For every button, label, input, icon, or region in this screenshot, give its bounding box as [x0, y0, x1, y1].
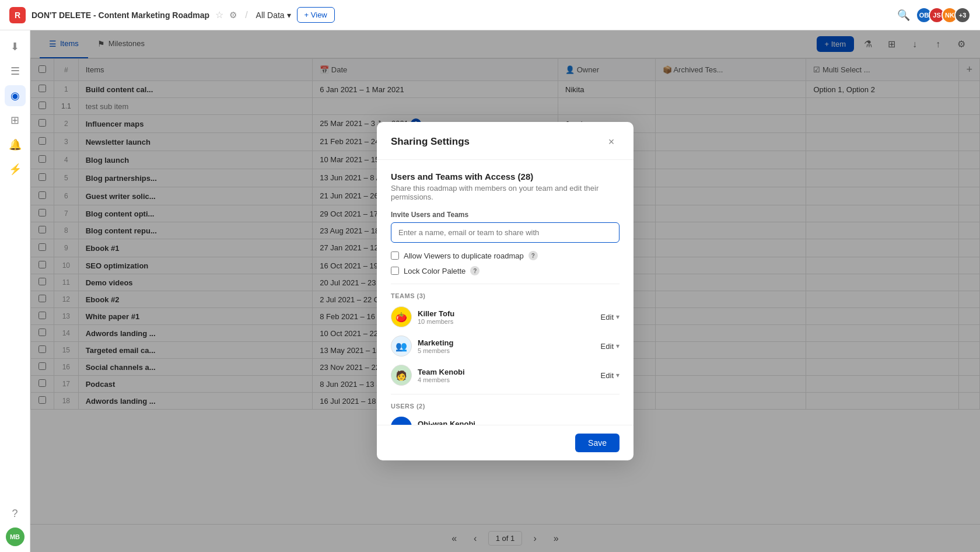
- team-avatar-icon: 🧑: [396, 370, 407, 381]
- main-content: ☰ Items ⚑ Milestones + Item ⚗ ⊞ ↓ ↑ ⚙: [30, 30, 980, 552]
- teams-section-label: TEAMS (3): [391, 292, 620, 299]
- lock-color-label: Lock Color Palette: [404, 267, 466, 275]
- team-members: 10 members: [418, 318, 595, 325]
- chevron-down-icon: ▾: [616, 342, 620, 350]
- users-section-label: USERS (2): [391, 403, 620, 410]
- team-members: 5 members: [418, 347, 595, 354]
- lock-color-help-icon[interactable]: ?: [470, 266, 480, 275]
- page-title: DON'T DELETE - Content Marketing Roadmap: [32, 11, 209, 20]
- save-button[interactable]: Save: [575, 434, 620, 452]
- chevron-down-icon: ▾: [616, 371, 620, 379]
- invite-label: Invite Users and Teams: [391, 211, 620, 219]
- permission-label: Edit: [601, 371, 614, 380]
- permission-label: Edit: [601, 342, 614, 351]
- sharing-settings-modal: Sharing Settings × Users and Teams with …: [377, 122, 634, 460]
- sidebar-icon-lightning[interactable]: ⚡: [5, 159, 26, 180]
- team-info-team-kenobi: Team Kenobi 4 members: [418, 368, 595, 383]
- modal-section-title: Users and Teams with Access (28): [391, 172, 620, 181]
- team-avatar-killer-tofu: 🍅: [391, 306, 412, 327]
- add-view-button[interactable]: + View: [297, 7, 335, 23]
- team-avatar-icon: 👥: [396, 341, 407, 352]
- sidebar-icon-help[interactable]: ?: [5, 503, 26, 524]
- team-members: 4 members: [418, 376, 595, 383]
- modal-close-button[interactable]: ×: [603, 134, 620, 150]
- team-name: Killer Tofu: [418, 309, 595, 318]
- user-info-obi-wan: Obi-wan Kenobi obiwan.kenobi@jedi.com: [418, 420, 586, 425]
- divider-users: [391, 394, 620, 394]
- user-row-obi-wan: OK Obi-wan Kenobi obiwan.kenobi@jedi.com…: [391, 417, 620, 425]
- user-avatar-sidebar[interactable]: MB: [6, 527, 24, 546]
- sidebar-icon-download[interactable]: ⬇: [5, 36, 26, 57]
- team-name: Team Kenobi: [418, 368, 595, 376]
- sidebar-icon-notification[interactable]: 🔔: [5, 134, 26, 155]
- search-icon[interactable]: 🔍: [897, 9, 910, 22]
- allow-viewers-checkbox[interactable]: [391, 251, 399, 260]
- lock-color-checkbox[interactable]: [391, 267, 399, 275]
- team-avatar-marketing: 👥: [391, 336, 412, 357]
- modal-section-sub: Share this roadmap with members on your …: [391, 184, 620, 201]
- lock-color-row: Lock Color Palette ?: [391, 266, 620, 275]
- permission-label: Edit: [601, 313, 614, 322]
- modal-header: Sharing Settings ×: [377, 122, 634, 160]
- team-permission-button-marketing[interactable]: Edit ▾: [601, 342, 620, 351]
- modal-overlay[interactable]: Sharing Settings × Users and Teams with …: [30, 30, 980, 552]
- favorite-icon[interactable]: ☆: [215, 9, 223, 20]
- user-avatar-obi-wan: OK: [391, 417, 412, 425]
- modal-title: Sharing Settings: [391, 136, 470, 148]
- chevron-down-icon: ▾: [287, 11, 291, 20]
- divider: [391, 284, 620, 284]
- team-avatar-icon: 🍅: [396, 312, 407, 323]
- view-dropdown[interactable]: All Data ▾: [256, 11, 291, 20]
- user-name: Obi-wan Kenobi: [418, 420, 586, 425]
- team-info-marketing: Marketing 5 members: [418, 338, 595, 354]
- app-logo: R: [9, 7, 26, 23]
- modal-body: Users and Teams with Access (28) Share t…: [377, 160, 634, 425]
- invite-input[interactable]: [391, 222, 620, 243]
- nav-right: 🔍 OB JS NK +3: [897, 7, 971, 23]
- team-row-team-kenobi: 🧑 Team Kenobi 4 members Edit ▾: [391, 365, 620, 386]
- avatar[interactable]: +3: [954, 7, 971, 23]
- team-info-killer-tofu: Killer Tofu 10 members: [418, 309, 595, 325]
- allow-viewers-help-icon[interactable]: ?: [528, 251, 538, 260]
- chevron-down-icon: ▾: [616, 313, 620, 321]
- allow-viewers-row: Allow Viewers to duplicate roadmap ?: [391, 251, 620, 260]
- sidebar: ⬇ ☰ ◉ ⊞ 🔔 ⚡ ? MB: [0, 30, 30, 552]
- team-name: Marketing: [418, 338, 595, 347]
- team-permission-button-killer-tofu[interactable]: Edit ▾: [601, 313, 620, 322]
- team-permission-button-team-kenobi[interactable]: Edit ▾: [601, 371, 620, 380]
- top-nav: R DON'T DELETE - Content Marketing Roadm…: [0, 0, 980, 30]
- modal-footer: Save: [377, 425, 634, 460]
- team-row-marketing: 👥 Marketing 5 members Edit ▾: [391, 336, 620, 357]
- sidebar-icon-table[interactable]: ⊞: [5, 110, 26, 131]
- settings-icon[interactable]: ⚙: [229, 10, 237, 20]
- avatar-group: OB JS NK +3: [916, 7, 971, 23]
- sidebar-icon-roadmap[interactable]: ◉: [5, 85, 26, 106]
- team-row-killer-tofu: 🍅 Killer Tofu 10 members Edit ▾: [391, 306, 620, 327]
- team-avatar-team-kenobi: 🧑: [391, 365, 412, 386]
- sidebar-icon-list[interactable]: ☰: [5, 61, 26, 82]
- allow-viewers-label: Allow Viewers to duplicate roadmap: [404, 251, 524, 260]
